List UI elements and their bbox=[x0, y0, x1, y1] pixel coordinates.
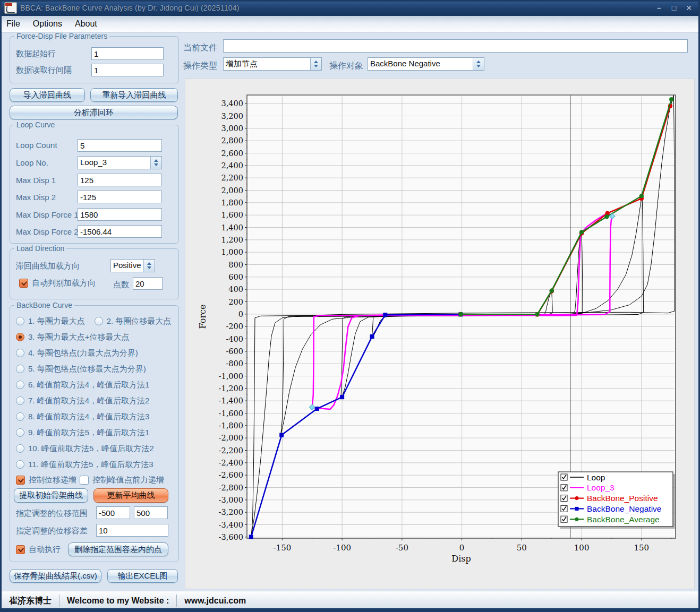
adjust-range-min-input[interactable] bbox=[96, 506, 130, 519]
menu-options[interactable]: Options bbox=[27, 19, 69, 29]
max-disp2-input[interactable] bbox=[78, 191, 162, 203]
spin-down-icon[interactable] bbox=[476, 65, 481, 67]
x-tick-label: -100 bbox=[333, 543, 351, 553]
radio-icon[interactable] bbox=[16, 365, 24, 373]
auto-direction-checkbox[interactable] bbox=[19, 279, 28, 288]
radio-icon[interactable] bbox=[16, 349, 24, 357]
start-row-input[interactable] bbox=[91, 47, 164, 60]
legend-label: Loop bbox=[587, 473, 605, 482]
spin-up-icon[interactable] bbox=[314, 61, 318, 63]
op-type-spinner[interactable]: 增加节点 bbox=[223, 57, 322, 71]
points-input[interactable] bbox=[133, 277, 163, 290]
backbone-option-10[interactable]: 10. 峰值前取方法5，峰值后取方法2 bbox=[16, 444, 154, 454]
backbone-option-3[interactable]: 3. 每圈力最大点+位移最大点 bbox=[16, 332, 129, 342]
backbone-option-label: 6. 峰值前取方法4，峰值后取方法1 bbox=[28, 380, 149, 390]
y-tick-label: 1,000 bbox=[221, 248, 243, 256]
reimport-curve-button[interactable]: 重新导入滞回曲线 bbox=[90, 88, 178, 102]
radio-icon[interactable] bbox=[95, 317, 103, 325]
adjust-tol-input[interactable] bbox=[96, 524, 168, 537]
load-dir-spinner[interactable]: Positive bbox=[110, 259, 155, 272]
menu-about[interactable]: About bbox=[69, 19, 104, 29]
save-csv-button[interactable]: 保存骨架曲线结果(.csv) bbox=[10, 569, 101, 583]
export-excel-button[interactable]: 输出EXCEL图 bbox=[107, 569, 178, 583]
max-force2-input[interactable] bbox=[78, 225, 162, 238]
radio-icon[interactable] bbox=[16, 460, 24, 469]
y-tick-label: 600 bbox=[228, 273, 243, 281]
backbone-option-5[interactable]: 5. 每圈包络点(位移最大点为分界) bbox=[16, 364, 146, 374]
max-disp2-label: Max Disp 2 bbox=[16, 193, 56, 202]
minimize-button[interactable]: – bbox=[654, 4, 664, 12]
max-disp1-input[interactable] bbox=[78, 174, 162, 186]
y-tick-label: 3,400 bbox=[221, 99, 243, 108]
load-dir-label: 滞回曲线加载方向 bbox=[16, 261, 80, 271]
radio-icon[interactable] bbox=[16, 317, 24, 325]
radio-icon[interactable] bbox=[16, 333, 24, 341]
analyze-loops-button[interactable]: 分析滞回环 bbox=[10, 106, 178, 119]
menu-file[interactable]: File bbox=[0, 19, 27, 29]
backbone-option-9[interactable]: 9. 峰值前取方法5，峰值后取方法1 bbox=[16, 428, 149, 438]
radio-icon[interactable] bbox=[16, 444, 24, 453]
spin-down-icon[interactable] bbox=[154, 163, 158, 166]
load-dir-spin-buttons[interactable] bbox=[143, 260, 155, 272]
op-target-spinner[interactable]: BackBone Negative bbox=[368, 57, 484, 71]
backbone-option-label: 5. 每圈包络点(位移最大点为分界) bbox=[28, 364, 146, 374]
control-disp-checkbox[interactable] bbox=[16, 476, 25, 485]
backbone-option-11[interactable]: 11. 峰值前取方法5，峰值后取方法3 bbox=[16, 460, 153, 470]
legend-label: Loop_3 bbox=[587, 483, 614, 492]
control-disp-row: 控制位移递增 bbox=[16, 475, 76, 485]
app-icon bbox=[4, 2, 17, 14]
op-target-value: BackBone Negative bbox=[368, 58, 473, 70]
backbone-option-2[interactable]: 2. 每圈位移最大点 bbox=[95, 316, 172, 326]
op-type-value: 增加节点 bbox=[224, 58, 310, 70]
auto-run-row: 自动执行 bbox=[16, 545, 61, 555]
y-tick-label: 200 bbox=[228, 298, 243, 306]
max-force1-input[interactable] bbox=[78, 208, 162, 221]
extract-backbone-button[interactable]: 提取初始骨架曲线 bbox=[14, 488, 88, 503]
control-force-checkbox[interactable] bbox=[80, 476, 89, 485]
radio-icon[interactable] bbox=[16, 428, 24, 437]
backbone-option-4[interactable]: 4. 每圈包络点(力最大点为分界) bbox=[16, 348, 138, 358]
op-type-spin-buttons[interactable] bbox=[310, 58, 321, 70]
loop-count-input[interactable] bbox=[78, 139, 162, 152]
import-curve-button[interactable]: 导入滞回曲线 bbox=[10, 88, 85, 102]
backbone-option-6[interactable]: 6. 峰值前取方法4，峰值后取方法1 bbox=[16, 380, 149, 390]
y-tick-label: -1,600 bbox=[219, 409, 243, 418]
spin-up-icon[interactable] bbox=[154, 159, 158, 162]
update-average-button[interactable]: 更新平均曲线 bbox=[93, 488, 168, 503]
radio-icon[interactable] bbox=[16, 396, 24, 405]
y-tick-label: -1,800 bbox=[219, 421, 243, 430]
close-button[interactable]: ✕ bbox=[684, 4, 694, 12]
interval-input[interactable] bbox=[91, 64, 164, 76]
op-target-spin-buttons[interactable] bbox=[473, 58, 484, 70]
y-tick-label: 2,600 bbox=[221, 149, 243, 158]
radio-icon[interactable] bbox=[16, 381, 24, 389]
y-tick-label: -600 bbox=[226, 347, 243, 356]
y-tick-label: 0 bbox=[238, 310, 243, 318]
window-title: BBCA: BackBone Curve Analysis (by Dr. Ji… bbox=[20, 4, 240, 12]
load-direction-group-label: Load Direction bbox=[14, 244, 66, 253]
current-file-input[interactable] bbox=[223, 39, 688, 53]
spin-down-icon[interactable] bbox=[314, 65, 318, 67]
loop-no-spinner[interactable]: Loop_3 bbox=[78, 156, 162, 169]
spin-up-icon[interactable] bbox=[476, 61, 481, 63]
radio-icon[interactable] bbox=[16, 412, 24, 421]
backbone-option-8[interactable]: 8. 峰值前取方法4，峰值后取方法3 bbox=[16, 412, 149, 422]
maximize-button[interactable]: □ bbox=[669, 4, 679, 12]
op-type-label: 操作类型 bbox=[183, 61, 217, 72]
status-website-link[interactable]: www.jdcui.com bbox=[177, 595, 253, 607]
backbone-option-7[interactable]: 7. 峰值前取方法4，峰值后取方法2 bbox=[16, 396, 149, 406]
loop-no-spin-buttons[interactable] bbox=[150, 157, 161, 169]
spin-down-icon[interactable] bbox=[147, 266, 151, 269]
auto-direction-label: 自动判别加载方向 bbox=[32, 278, 96, 288]
auto-run-checkbox[interactable] bbox=[16, 545, 25, 554]
backbone-option-1[interactable]: 1. 每圈力最大点 bbox=[16, 316, 85, 326]
adjust-range-max-input[interactable] bbox=[134, 506, 168, 519]
delete-points-button[interactable]: 删除指定范围容差内的点 bbox=[68, 542, 168, 556]
spin-up-icon[interactable] bbox=[147, 262, 151, 265]
chart-panel: -3,600-3,400-3,200-3,000-2,800-2,600-2,4… bbox=[185, 79, 695, 589]
adjust-tol-label: 指定调整的位移容差 bbox=[16, 526, 88, 536]
force-disp-chart[interactable]: -3,600-3,400-3,200-3,000-2,800-2,600-2,4… bbox=[185, 79, 694, 589]
loop-count-label: Loop Count bbox=[16, 141, 57, 150]
y-tick-label: 1,200 bbox=[221, 236, 243, 244]
app-window: BBCA: BackBone Curve Analysis (by Dr. Ji… bbox=[0, 0, 700, 612]
